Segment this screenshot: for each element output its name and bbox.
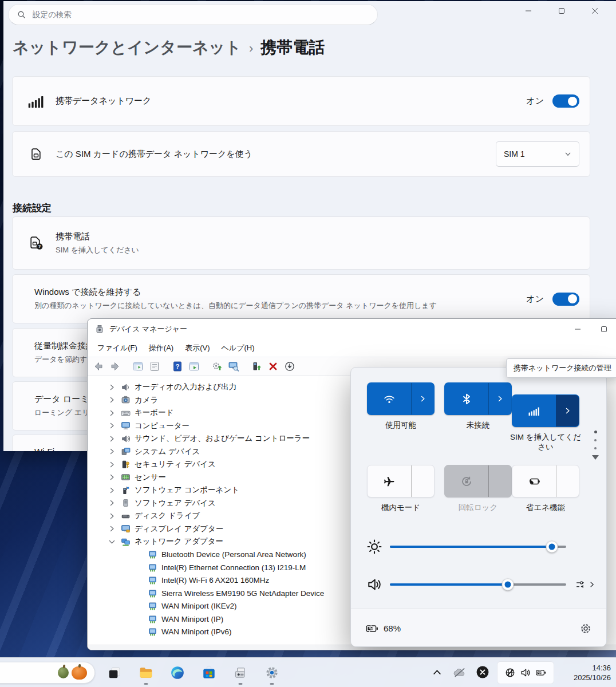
tile-expand-chevron-icon[interactable]: [488, 465, 511, 497]
expand-chevron-icon[interactable]: [108, 525, 116, 532]
speaker-icon: [367, 577, 382, 592]
expand-chevron-icon[interactable]: [108, 473, 116, 481]
expand-chevron-icon[interactable]: [108, 499, 116, 507]
quick-setting-tile[interactable]: [444, 465, 512, 498]
window-control-button[interactable]: [591, 319, 616, 339]
quick-setting-tile[interactable]: [512, 394, 579, 427]
device-label: システム デバイス: [135, 447, 200, 457]
toolbar-button[interactable]: [130, 359, 145, 374]
toolbar-button[interactable]: [124, 359, 129, 374]
device-manager-titlebar[interactable]: デバイス マネージャー: [88, 319, 616, 339]
battery-status[interactable]: 68%: [366, 622, 401, 635]
volume-slider[interactable]: [390, 578, 566, 591]
tile-expand-chevron-icon[interactable]: [488, 383, 511, 414]
expand-chevron-icon[interactable]: [135, 564, 143, 571]
svg-text:?: ?: [175, 363, 179, 370]
window-control-icon: [574, 326, 581, 333]
tray-chevron-up-icon[interactable]: [432, 668, 442, 677]
keep-connected-toggle[interactable]: [552, 293, 579, 306]
quick-setting-tile[interactable]: [512, 465, 579, 498]
window-control-button[interactable]: [545, 1, 578, 21]
page-dot[interactable]: [594, 439, 597, 441]
taskbar-clock[interactable]: 14:36 2025/10/26: [574, 663, 611, 682]
expand-chevron-icon[interactable]: [108, 461, 116, 468]
quick-setting-tile[interactable]: [367, 382, 435, 415]
expand-chevron-icon[interactable]: [135, 628, 143, 635]
device-type-icon: [121, 395, 131, 405]
toolbar-icon: ?: [172, 361, 183, 372]
toolbar-button[interactable]: [248, 359, 264, 374]
tile-expand-chevron-icon[interactable]: [411, 465, 434, 497]
expand-chevron-icon[interactable]: [108, 487, 116, 494]
search-input[interactable]: [33, 10, 369, 19]
menu-item[interactable]: ファイル(F): [92, 341, 143, 356]
page-dot[interactable]: [594, 431, 597, 433]
page-indicator[interactable]: [592, 431, 599, 460]
expand-chevron-icon[interactable]: [135, 602, 143, 610]
taskbar-app-button[interactable]: [101, 659, 128, 686]
expand-chevron-icon[interactable]: [108, 538, 116, 546]
toolbar-button[interactable]: [265, 359, 281, 374]
settings-search-box[interactable]: [8, 4, 378, 25]
device-label: ソフトウェア デバイス: [135, 498, 216, 508]
toolbar-button[interactable]: [242, 359, 247, 374]
device-type-icon: [121, 434, 131, 444]
menu-item[interactable]: 操作(A): [143, 341, 179, 356]
window-control-button[interactable]: [512, 1, 545, 21]
window-control-button[interactable]: [564, 319, 591, 339]
tile-expand-chevron-icon[interactable]: [411, 383, 434, 414]
expand-chevron-icon[interactable]: [135, 590, 143, 597]
slider-thumb[interactable]: [546, 541, 558, 553]
expand-down-icon[interactable]: [592, 455, 599, 460]
toolbar-button[interactable]: [209, 359, 224, 374]
expand-chevron-icon[interactable]: [108, 409, 116, 417]
close-badge-icon[interactable]: [476, 666, 489, 678]
quick-setting-tile[interactable]: [367, 465, 435, 498]
expand-chevron-icon[interactable]: [108, 396, 116, 404]
taskbar-app-button[interactable]: [227, 659, 254, 686]
expand-chevron-icon[interactable]: [135, 577, 143, 584]
device-type-icon: [121, 421, 131, 431]
audio-output-selector[interactable]: [575, 580, 595, 590]
device-label: WAN Miniport (IP): [161, 615, 223, 623]
slider-thumb[interactable]: [502, 579, 514, 591]
onedrive-cloud-offline-icon[interactable]: [453, 667, 467, 678]
quick-setting-tile[interactable]: [444, 382, 512, 415]
toggle-state-label: オン: [526, 294, 544, 305]
cellular-status-card[interactable]: ? 携帯電話 SIM を挿入してください: [12, 216, 590, 270]
taskbar-search-box[interactable]: [0, 662, 95, 684]
tile-expand-chevron-icon[interactable]: [556, 465, 579, 497]
app-icon: [202, 665, 216, 680]
brightness-slider[interactable]: [390, 540, 566, 554]
toolbar-button[interactable]: [282, 359, 297, 374]
menu-item[interactable]: 表示(V): [179, 341, 215, 356]
taskbar-app-button[interactable]: [195, 659, 223, 686]
breadcrumb-parent[interactable]: ネットワークとインターネット: [13, 37, 242, 58]
cellular-bars-icon: [28, 94, 44, 108]
expand-chevron-icon[interactable]: [108, 384, 116, 391]
expand-chevron-icon[interactable]: [135, 551, 143, 558]
toolbar-button[interactable]: [203, 359, 208, 374]
toolbar-button[interactable]: [90, 359, 106, 374]
page-dot[interactable]: [594, 447, 597, 449]
settings-gear-icon[interactable]: [580, 623, 591, 634]
toolbar-button[interactable]: [163, 359, 168, 374]
sim-select-dropdown[interactable]: SIM 1: [496, 141, 579, 167]
device-label: Sierra Wireless EM9190 5G NetAdapter Dev…: [161, 589, 324, 598]
expand-chevron-icon[interactable]: [108, 512, 116, 520]
expand-chevron-icon[interactable]: [135, 615, 143, 623]
expand-chevron-icon[interactable]: [108, 448, 116, 455]
taskbar-app-button[interactable]: [132, 659, 160, 686]
expand-chevron-icon[interactable]: [108, 422, 116, 429]
tile-expand-chevron-icon[interactable]: [556, 395, 579, 427]
toolbar-button[interactable]: ?: [169, 359, 185, 374]
taskbar-app-button[interactable]: [258, 659, 286, 686]
cellular-data-toggle[interactable]: [552, 94, 579, 108]
toolbar-icon: [132, 361, 144, 372]
expand-chevron-icon[interactable]: [108, 435, 116, 443]
toolbar-icon: [109, 361, 121, 372]
menu-item[interactable]: ヘルプ(H): [216, 341, 260, 356]
window-control-button[interactable]: [578, 1, 611, 21]
taskbar-app-button[interactable]: [164, 659, 191, 686]
system-tray-indicators[interactable]: [497, 661, 554, 684]
